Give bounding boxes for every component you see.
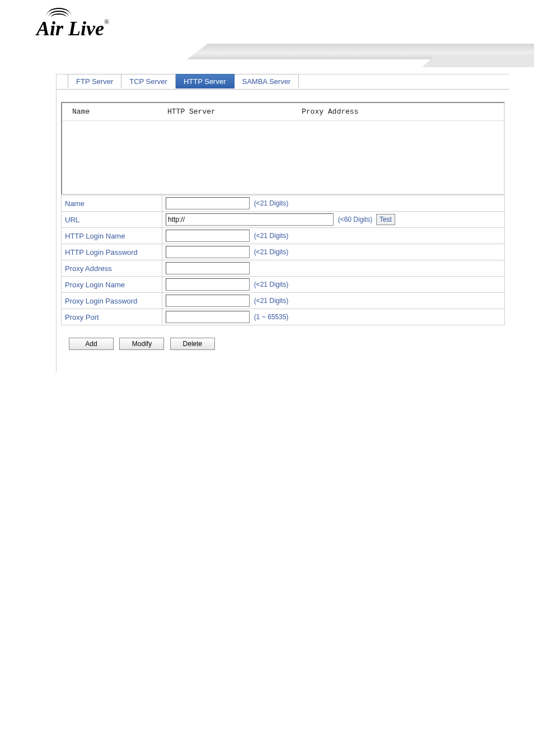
list-header-http-server: HTTP Server bbox=[167, 108, 302, 116]
http-login-name-input[interactable] bbox=[166, 230, 250, 242]
proxy-address-input[interactable] bbox=[166, 262, 250, 274]
url-input[interactable] bbox=[166, 213, 334, 226]
list-header-proxy-address: Proxy Address bbox=[302, 108, 504, 116]
proxy-login-password-input[interactable] bbox=[166, 295, 250, 307]
proxy-login-password-label: Proxy Login Password bbox=[62, 293, 162, 309]
http-login-password-constraint: (<21 Digits) bbox=[254, 248, 289, 256]
proxy-port-constraint: (1 ~ 65535) bbox=[254, 313, 289, 321]
proxy-login-name-label: Proxy Login Name bbox=[62, 277, 162, 293]
proxy-port-label: Proxy Port bbox=[62, 309, 162, 325]
proxy-address-label: Proxy Address bbox=[62, 260, 162, 277]
http-login-password-input[interactable] bbox=[166, 246, 250, 258]
http-login-name-constraint: (<21 Digits) bbox=[254, 232, 289, 240]
tab-samba-server[interactable]: SAMBA Server bbox=[235, 74, 299, 88]
brand-logo: Air Live® bbox=[36, 17, 109, 40]
proxy-login-name-input[interactable] bbox=[166, 278, 250, 291]
server-tabs: FTP Server TCP Server HTTP Server SAMBA … bbox=[68, 74, 509, 88]
add-button[interactable]: Add bbox=[69, 338, 114, 350]
header-stripe-2 bbox=[422, 55, 534, 67]
tab-ftp-server[interactable]: FTP Server bbox=[68, 74, 121, 88]
server-list-body[interactable] bbox=[62, 121, 504, 194]
list-header-name: Name bbox=[72, 108, 167, 116]
server-list-panel: Name HTTP Server Proxy Address bbox=[61, 102, 505, 195]
modify-button[interactable]: Modify bbox=[119, 338, 164, 350]
tab-http-server[interactable]: HTTP Server bbox=[176, 74, 235, 88]
name-input[interactable] bbox=[166, 197, 250, 209]
test-button[interactable]: Test bbox=[376, 214, 395, 225]
url-label: URL bbox=[62, 212, 162, 228]
proxy-login-name-constraint: (<21 Digits) bbox=[254, 281, 289, 288]
http-login-name-label: HTTP Login Name bbox=[62, 228, 162, 244]
name-constraint: (<21 Digits) bbox=[254, 199, 289, 207]
tab-tcp-server[interactable]: TCP Server bbox=[121, 74, 176, 88]
url-constraint: (<60 Digits) bbox=[338, 216, 373, 223]
header-stripe bbox=[187, 44, 534, 59]
delete-button[interactable]: Delete bbox=[170, 338, 215, 350]
http-server-form: Name (<21 Digits) URL (<60 Digits) Test … bbox=[61, 195, 505, 325]
name-label: Name bbox=[62, 195, 162, 212]
proxy-port-input[interactable] bbox=[166, 311, 250, 323]
proxy-login-password-constraint: (<21 Digits) bbox=[254, 297, 289, 305]
http-login-password-label: HTTP Login Password bbox=[62, 244, 162, 260]
